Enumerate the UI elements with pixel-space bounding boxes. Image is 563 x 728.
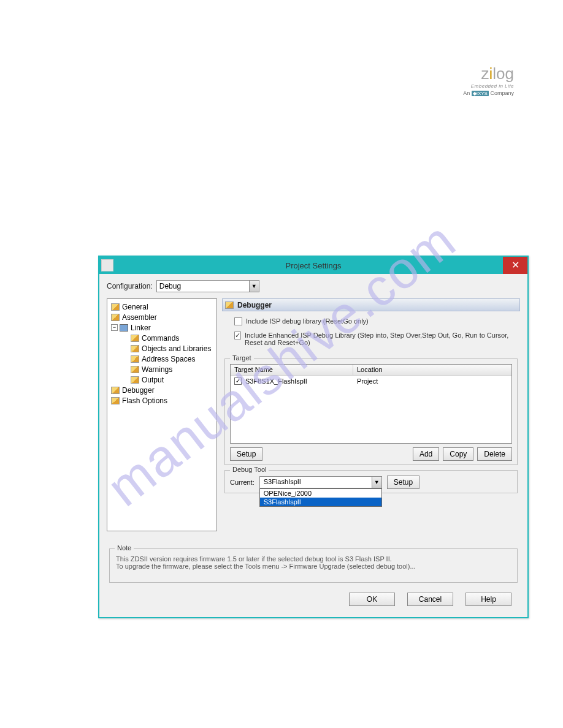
- target-row[interactable]: ✓S3F8S1X_FlashIspII Project: [231, 376, 511, 387]
- target-row-loc: Project: [353, 377, 378, 385]
- tree-address[interactable]: Address Spaces: [109, 354, 215, 364]
- include-enhanced-label: Include Enhanced ISP Debug Library (Step…: [245, 332, 518, 346]
- title-bar: Project Settings ✕: [99, 257, 527, 274]
- item-icon: [131, 376, 139, 384]
- note-line2: To upgrade the firmware, please select t…: [116, 563, 511, 570]
- target-add-button[interactable]: Add: [413, 447, 439, 461]
- tree-warnings[interactable]: Warnings: [109, 364, 215, 374]
- item-icon: [131, 366, 139, 373]
- tree-linker[interactable]: −Linker: [109, 322, 215, 333]
- target-fieldset: Target Target Name Location ✓S3F8S1X_Fla…: [224, 358, 518, 465]
- cancel-button[interactable]: Cancel: [407, 593, 453, 606]
- logo-company: An ◆IXYS Company: [463, 90, 514, 96]
- logo-text: zilog: [481, 64, 514, 83]
- target-row-name: S3F8S1X_FlashIspII: [245, 377, 307, 385]
- help-button[interactable]: Help: [465, 593, 511, 606]
- target-setup-button[interactable]: Setup: [230, 447, 262, 461]
- tree-assembler[interactable]: Assembler: [109, 312, 215, 322]
- logo-tagline: Embedded in Life: [463, 83, 514, 89]
- settings-tree[interactable]: General Assembler −Linker Commands Objec…: [107, 298, 217, 531]
- panel-title-text: Debugger: [237, 301, 272, 309]
- tree-flash[interactable]: Flash Options: [109, 395, 215, 406]
- item-icon: [131, 345, 139, 352]
- include-isp-label: Include ISP debug library (ResetGo only): [246, 317, 369, 325]
- folder-icon: [111, 314, 120, 321]
- target-copy-button[interactable]: Copy: [443, 447, 473, 461]
- folder-icon: [120, 324, 128, 332]
- debug-setup-button[interactable]: Setup: [387, 476, 419, 489]
- debug-tool-legend: Debug Tool: [230, 466, 269, 473]
- configuration-input[interactable]: [157, 281, 249, 292]
- note-legend: Note: [115, 544, 134, 552]
- project-settings-dialog: Project Settings ✕ Configuration: ▼ Gene…: [98, 256, 529, 618]
- debug-tool-list[interactable]: OPENice_i2000 S3FlashIspII: [259, 488, 382, 507]
- debug-option-openice[interactable]: OPENice_i2000: [260, 489, 381, 498]
- target-row-checkbox[interactable]: ✓: [234, 377, 242, 385]
- tree-output[interactable]: Output: [109, 374, 215, 385]
- debug-tool-value: S3FlashIspII: [260, 477, 372, 488]
- chevron-down-icon[interactable]: ▼: [249, 281, 259, 292]
- debug-tool-dropdown[interactable]: S3FlashIspII ▼ OPENice_i2000 S3FlashIspI…: [259, 476, 382, 488]
- col-location[interactable]: Location: [353, 365, 511, 375]
- note-fieldset: Note This ZDSII version requires firmwar…: [109, 548, 518, 583]
- target-legend: Target: [230, 354, 254, 362]
- item-icon: [131, 355, 139, 363]
- target-listview[interactable]: Target Name Location ✓S3F8S1X_FlashIspII…: [230, 364, 512, 444]
- folder-icon: [111, 397, 120, 404]
- include-enhanced-checkbox[interactable]: ✓: [234, 332, 241, 339]
- target-header: Target Name Location: [231, 365, 511, 376]
- chevron-down-icon[interactable]: ▼: [372, 477, 381, 488]
- tree-objects[interactable]: Objects and Libraries: [109, 343, 215, 354]
- collapse-icon[interactable]: −: [111, 324, 118, 331]
- current-label: Current:: [230, 479, 255, 486]
- tree-debugger[interactable]: Debugger: [109, 385, 215, 395]
- panel-header: Debugger: [222, 298, 520, 311]
- folder-icon: [111, 387, 120, 394]
- col-target-name[interactable]: Target Name: [231, 365, 353, 375]
- include-isp-checkbox[interactable]: [234, 317, 242, 325]
- tree-commands[interactable]: Commands: [109, 333, 215, 343]
- debug-option-s3flash[interactable]: S3FlashIspII: [260, 498, 381, 506]
- brand-logo: zilog Embedded in Life An ◆IXYS Company: [463, 64, 514, 96]
- debug-tool-fieldset: Debug Tool Current: S3FlashIspII ▼ OPENi…: [224, 470, 518, 493]
- configuration-combo[interactable]: ▼: [156, 280, 259, 292]
- target-delete-button[interactable]: Delete: [477, 447, 512, 461]
- configuration-label: Configuration:: [107, 282, 153, 290]
- ok-button[interactable]: OK: [349, 593, 395, 606]
- folder-icon: [111, 303, 120, 311]
- window-title: Project Settings: [99, 261, 527, 270]
- item-icon: [131, 335, 139, 342]
- close-button[interactable]: ✕: [503, 257, 527, 274]
- note-line1: This ZDSII version requires firmware 1.5…: [116, 555, 511, 563]
- tree-general[interactable]: General: [109, 301, 215, 312]
- panel-icon: [225, 301, 234, 309]
